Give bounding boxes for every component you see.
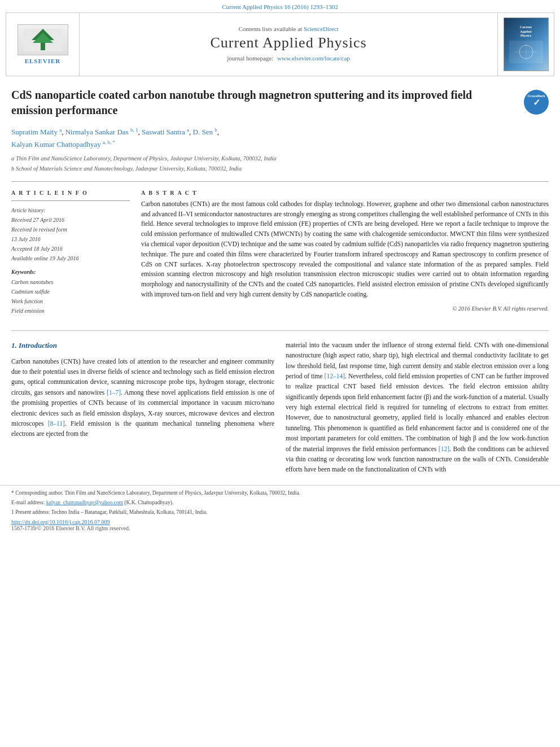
author-dsen[interactable]: D. Sen xyxy=(193,128,213,136)
abstract-text: Carbon nanotubes (CNTs) are the most fam… xyxy=(141,199,549,300)
svg-text:CrossMark: CrossMark xyxy=(527,94,545,98)
sciencedirect-link[interactable]: ScienceDirect xyxy=(304,25,339,32)
affiliations: a Thin Film and NanoScience Laboratory, … xyxy=(11,154,549,173)
author-kalyan[interactable]: Kalyan Kumar Chattopadhyay xyxy=(11,140,101,148)
article-info-column: A R T I C L E I N F O Article history: R… xyxy=(11,190,130,316)
elsevier-text: ELSEVIER xyxy=(25,58,61,64)
cover-title: CurrentAppliedPhysics xyxy=(520,25,532,38)
footnote-corresponding: * Corresponding author. Thin Film and Na… xyxy=(11,489,549,497)
keyword-4: Field emission xyxy=(11,306,130,316)
authors-line: Supratim Maity a, Nirmalya Sankar Das b,… xyxy=(11,126,549,151)
keyword-3: Work function xyxy=(11,296,130,306)
author-saswati[interactable]: Saswati Santra xyxy=(142,128,185,136)
intro-para-left: Carbon nanotubes (CNTs) have created lot… xyxy=(11,356,274,439)
introduction-heading: 1. Introduction xyxy=(11,340,274,352)
revised-date: 13 July 2016 xyxy=(11,234,130,244)
accepted-date: Accepted 18 July 2016 xyxy=(11,244,130,254)
crossmark-icon: ✓ CrossMark xyxy=(524,90,549,115)
info-divider xyxy=(11,200,130,201)
copyright-line: © 2016 Elsevier B.V. All rights reserved… xyxy=(141,305,549,312)
crossmark-badge[interactable]: ✓ CrossMark xyxy=(524,90,549,115)
article-info-heading: A R T I C L E I N F O xyxy=(11,190,130,196)
keyword-2: Cadmium sulfide xyxy=(11,287,130,296)
journal-name: Current Applied Physics xyxy=(210,34,366,51)
journal-cover-image: CurrentAppliedPhysics xyxy=(504,18,549,71)
article-title-section: CdS nanoparticle coated carbon nanotube … xyxy=(11,88,549,118)
received-date: Received 27 April 2016 xyxy=(11,215,130,225)
article-title: CdS nanoparticle coated carbon nanotube … xyxy=(11,88,524,118)
body-right-column: material into the vacuum under the influ… xyxy=(286,340,549,479)
author-nirmalya[interactable]: Nirmalya Sankar Das xyxy=(65,128,129,136)
received-revised-label: Received in revised form xyxy=(11,225,130,234)
keywords-heading: Keywords: xyxy=(11,269,130,275)
author-supratim[interactable]: Supratim Maity xyxy=(11,128,58,136)
svg-rect-1 xyxy=(41,42,45,50)
footnote-email-link[interactable]: kalyan_chattopadhyay@yahoo.com xyxy=(46,500,123,505)
cite-8-11[interactable]: [8–11] xyxy=(48,420,65,427)
journal-top-citation: Current Applied Physics 16 (2016) 1293–1… xyxy=(0,0,560,12)
doi-line[interactable]: http://dx.doi.org/10.1016/j.cap.2016.07.… xyxy=(11,519,549,525)
elsevier-logo-image xyxy=(18,24,68,55)
cite-1-7[interactable]: [1–7] xyxy=(107,389,121,396)
svg-text:✓: ✓ xyxy=(533,98,540,107)
body-left-column: 1. Introduction Carbon nanotubes (CNTs) … xyxy=(11,340,274,479)
sciencedirect-line: Contents lists available at ScienceDirec… xyxy=(238,25,338,32)
cite-12[interactable]: [12] xyxy=(439,445,449,452)
journal-header: ELSEVIER Contents lists available at Sci… xyxy=(6,12,554,76)
article-info-abstract-section: A R T I C L E I N F O Article history: R… xyxy=(11,181,549,316)
body-content: 1. Introduction Carbon nanotubes (CNTs) … xyxy=(0,340,560,479)
article-history: Article history: Received 27 April 2016 … xyxy=(11,206,130,263)
author-sup-b2: b xyxy=(215,127,217,133)
cite-12-14[interactable]: [12–14] xyxy=(325,373,345,379)
journal-cover-area: CurrentAppliedPhysics xyxy=(497,13,554,76)
footnote-email: E-mail address: kalyan_chattopadhyay@yah… xyxy=(11,499,549,506)
author-sup-a2: a xyxy=(187,127,189,133)
body-divider xyxy=(11,330,549,331)
issn-line: 1567-1739/© 2016 Elsevier B.V. All right… xyxy=(11,525,549,531)
elsevier-logo-area: ELSEVIER xyxy=(6,13,80,76)
journal-header-center: Contents lists available at ScienceDirec… xyxy=(80,13,497,76)
keywords-list: Carbon nanotubes Cadmium sulfide Work fu… xyxy=(11,277,130,316)
abstract-heading: A B S T R A C T xyxy=(141,190,549,196)
homepage-link[interactable]: www.elsevier.com/locate/cap xyxy=(277,55,350,62)
history-heading: Article history: xyxy=(11,206,130,215)
affiliation-a: a Thin Film and NanoScience Laboratory, … xyxy=(11,154,549,163)
available-date: Available online 19 July 2016 xyxy=(11,254,130,263)
intro-para-right: material into the vacuum under the influ… xyxy=(286,340,549,475)
author-sup-a: a xyxy=(59,127,62,133)
author-sup-ab: a, b, * xyxy=(103,139,115,145)
keyword-1: Carbon nanotubes xyxy=(11,277,130,287)
homepage-line: journal homepage: www.elsevier.com/locat… xyxy=(227,55,350,62)
author-sup-b1: b, 1 xyxy=(130,127,138,133)
abstract-column: A B S T R A C T Carbon nanotubes (CNTs) … xyxy=(141,190,549,316)
footnotes-area: * Corresponding author. Thin Film and Na… xyxy=(0,485,560,531)
affiliation-b: b School of Materials Science and Nanote… xyxy=(11,164,549,173)
keywords-section: Keywords: Carbon nanotubes Cadmium sulfi… xyxy=(11,269,130,316)
footnote-present-address: 1 Present address: Techno India – Batana… xyxy=(11,508,549,516)
